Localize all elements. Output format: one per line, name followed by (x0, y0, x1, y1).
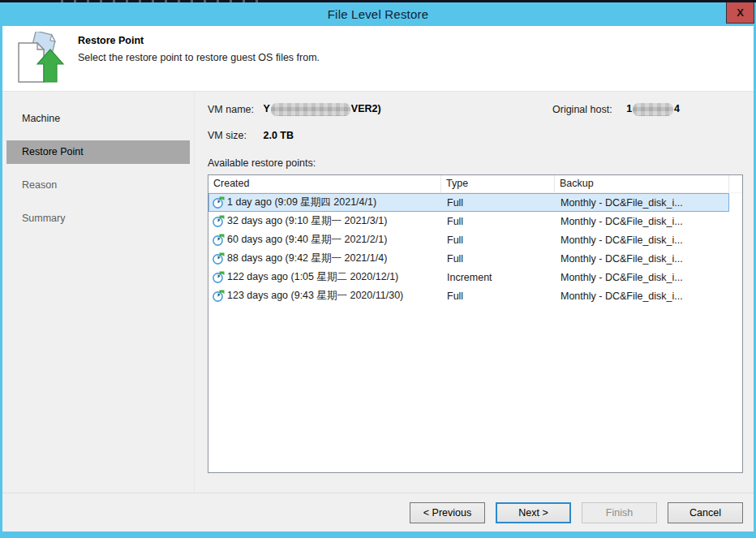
cell-type: Full (442, 213, 556, 230)
column-header-created[interactable]: Created (208, 175, 441, 192)
restore-point-clock-icon (212, 290, 225, 303)
restore-point-row[interactable]: 122 days ago (1:05 星期二 2020/12/1) Increm… (208, 268, 729, 286)
cell-backup: Monthly - DC&File_disk_i... (556, 250, 728, 267)
cell-type: Full (442, 250, 556, 267)
original-host-prefix: 1 (626, 103, 632, 114)
table-header: Created Type Backup (208, 175, 742, 193)
wizard-step-header: Restore Point Select the restore point t… (2, 26, 754, 92)
previous-button[interactable]: < Previous (410, 502, 485, 523)
close-icon: X (737, 6, 744, 19)
step-content: VM name: YVER2) Original host: 14 VM siz… (195, 92, 754, 493)
next-button[interactable]: Next > (496, 502, 571, 523)
cell-type: Increment (442, 269, 556, 286)
column-header-type[interactable]: Type (441, 175, 555, 192)
vm-name-redaction (271, 103, 350, 116)
sidebar-item-machine[interactable]: Machine (6, 107, 190, 131)
window-title: File Level Restore (2, 2, 754, 26)
restore-files-icon (16, 32, 65, 85)
sidebar-item-summary[interactable]: Summary (6, 207, 190, 230)
sidebar-item-restore-point[interactable]: Restore Point (6, 140, 190, 164)
restore-point-clock-icon (212, 196, 225, 209)
cell-backup: Monthly - DC&File_disk_i... (556, 213, 728, 230)
cell-created: 88 days ago (9:42 星期一 2021/1/4) (209, 250, 442, 267)
wizard-steps-sidebar: Machine Restore Point Reason Summary (2, 92, 195, 493)
original-host-row: Original host: 14 (552, 103, 680, 115)
cell-created: 122 days ago (1:05 星期二 2020/12/1) (209, 269, 442, 286)
restore-point-clock-icon (212, 271, 225, 284)
wizard-footer: < Previous Next > Finish Cancel (2, 493, 754, 532)
cell-created: 1 day ago (9:09 星期四 2021/4/1) (209, 194, 442, 211)
restore-point-row[interactable]: 60 days ago (9:40 星期一 2021/2/1) Full Mon… (208, 230, 729, 249)
restore-point-row[interactable]: 32 days ago (9:10 星期一 2021/3/1) Full Mon… (208, 212, 729, 230)
file-level-restore-window: File Level Restore X Restore Point Selec… (0, 0, 756, 538)
vm-name-value: YVER2) (263, 103, 380, 114)
vm-size-label: VM size: (208, 130, 260, 141)
wizard-body: Machine Restore Point Reason Summary VM … (2, 92, 754, 493)
vm-name-label: VM name: (208, 104, 260, 115)
wizard-dialog: File Level Restore X Restore Point Selec… (0, 2, 756, 538)
cell-type: Full (442, 287, 556, 304)
table-rows: 1 day ago (9:09 星期四 2021/4/1) Full Month… (208, 193, 742, 305)
cell-backup: Monthly - DC&File_disk_i... (556, 269, 728, 286)
original-host-label: Original host: (552, 104, 612, 115)
step-title: Restore Point (78, 35, 144, 46)
restore-points-caption: Available restore points: (208, 157, 754, 169)
vm-name-suffix: VER2) (351, 103, 381, 114)
cell-created: 32 days ago (9:10 星期一 2021/3/1) (209, 213, 442, 230)
finish-button: Finish (582, 502, 657, 523)
vm-size-value: 2.0 TB (263, 130, 294, 141)
original-host-value: 14 (626, 103, 680, 114)
cell-created: 60 days ago (9:40 星期一 2021/2/1) (209, 231, 442, 248)
cell-backup: Monthly - DC&File_disk_i... (556, 287, 728, 304)
restore-points-table[interactable]: Created Type Backup 1 day ago (9:09 星期四 … (208, 174, 743, 473)
restore-point-clock-icon (212, 234, 225, 247)
restore-point-clock-icon (212, 215, 225, 228)
cell-created: 123 days ago (9:43 星期一 2020/11/30) (209, 287, 442, 304)
vm-size-row: VM size: 2.0 TB (208, 129, 754, 145)
cell-type: Full (442, 231, 556, 248)
close-button[interactable]: X (726, 2, 754, 24)
sidebar-item-reason[interactable]: Reason (6, 174, 190, 197)
cell-backup: Monthly - DC&File_disk_i... (556, 194, 728, 211)
title-bar[interactable]: File Level Restore X (2, 2, 754, 26)
vm-name-prefix: Y (263, 103, 269, 114)
restore-point-row[interactable]: 1 day ago (9:09 星期四 2021/4/1) Full Month… (208, 193, 729, 212)
original-host-redaction (633, 103, 673, 116)
original-host-suffix: 4 (674, 103, 680, 114)
cancel-button[interactable]: Cancel (668, 502, 743, 523)
cell-type: Full (442, 194, 556, 211)
step-subtitle: Select the restore point to restore gues… (78, 52, 320, 63)
restore-point-clock-icon (212, 252, 225, 265)
vm-name-row: VM name: YVER2) Original host: 14 (208, 103, 754, 119)
restore-point-row[interactable]: 88 days ago (9:42 星期一 2021/1/4) Full Mon… (208, 249, 729, 268)
restore-point-row[interactable]: 123 days ago (9:43 星期一 2020/11/30) Full … (208, 286, 729, 305)
cell-backup: Monthly - DC&File_disk_i... (556, 231, 728, 248)
column-header-backup[interactable]: Backup (555, 175, 729, 192)
